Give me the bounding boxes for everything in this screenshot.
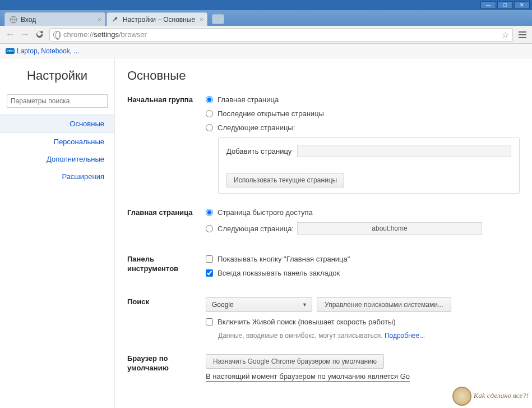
browser-toolbar: ← → chrome:// settings /browser ☆ xyxy=(0,26,532,44)
tab-login[interactable]: Вход × xyxy=(4,12,105,26)
radio-label: Страница быстрого доступа xyxy=(218,208,313,217)
section-label: Поиск xyxy=(127,297,206,340)
instant-search-checkbox[interactable] xyxy=(206,318,213,326)
startup-radio-homepage[interactable] xyxy=(206,96,213,103)
intel-icon: intel xyxy=(6,48,15,54)
window-close-button[interactable]: ✕ xyxy=(514,1,530,9)
startup-radio-last[interactable] xyxy=(206,110,213,117)
tab-strip: Вход × Настройки – Основные × xyxy=(0,10,532,26)
url-path: settings xyxy=(94,30,119,39)
page-title: Основные xyxy=(127,68,520,83)
homepage-url-input[interactable] xyxy=(297,222,482,235)
bookmark-label: Laptop, Notebook, ... xyxy=(17,47,79,55)
checkbox-label: Всегда показывать панель закладок xyxy=(218,269,340,277)
section-search: Поиск Google Управление поисковыми систе… xyxy=(127,297,520,340)
section-label: Панель инструментов xyxy=(127,255,206,283)
back-button[interactable]: ← xyxy=(3,28,17,42)
url-scheme: chrome:// xyxy=(63,30,94,39)
sidebar-item-extensions[interactable]: Расширения xyxy=(0,168,114,185)
radio-label: Главная страница xyxy=(218,95,279,104)
show-home-button-checkbox[interactable] xyxy=(206,255,213,263)
tab-close-icon[interactable]: × xyxy=(98,16,101,24)
settings-content: Основные Начальная группа Главная страни… xyxy=(115,58,532,408)
section-homepage: Главная страница Страница быстрого досту… xyxy=(127,208,520,240)
window-titlebar: — □ ✕ xyxy=(0,0,532,10)
globe-icon xyxy=(10,16,17,24)
settings-page: Настройки Основные Персональные Дополнит… xyxy=(0,58,532,408)
learn-more-link[interactable]: Подробнее... xyxy=(385,332,425,340)
settings-search xyxy=(7,94,108,108)
window-minimize-button[interactable]: — xyxy=(480,1,496,9)
settings-search-input[interactable] xyxy=(7,94,108,108)
section-label: Начальная группа xyxy=(127,95,206,194)
show-bookmarks-bar-checkbox[interactable] xyxy=(206,269,213,277)
use-current-pages-button[interactable]: Использовать текущие страницы xyxy=(226,173,344,187)
watermark-icon xyxy=(452,387,471,406)
watermark: Kak сделано все?! xyxy=(452,387,529,406)
radio-label: Последние открытые страницы xyxy=(218,109,324,118)
window-maximize-button[interactable]: □ xyxy=(497,1,513,9)
site-info-icon[interactable] xyxy=(53,31,61,39)
section-default-browser: Браузер по умолчанию Назначить Google Ch… xyxy=(127,354,520,381)
address-bar[interactable]: chrome:// settings /browser ☆ xyxy=(49,28,513,42)
instant-hint: Данные, вводимые в омнибокс, могут запис… xyxy=(218,332,520,340)
homepage-radio-ntp[interactable] xyxy=(206,209,213,216)
url-path-suffix: /browser xyxy=(119,30,147,39)
tab-title: Вход xyxy=(21,16,36,24)
default-browser-status: В настоящий момент браузером по умолчани… xyxy=(206,372,520,381)
bookmark-star-icon[interactable]: ☆ xyxy=(502,30,509,39)
forward-button[interactable]: → xyxy=(18,28,31,42)
sidebar-item-basics[interactable]: Основные xyxy=(0,114,114,133)
menu-button[interactable] xyxy=(516,29,529,40)
radio-label: Следующие страницы: xyxy=(218,123,295,132)
section-label: Браузер по умолчанию xyxy=(127,354,206,381)
bookmark-item[interactable]: intel Laptop, Notebook, ... xyxy=(6,47,79,55)
manage-search-engines-button[interactable]: Управление поисковыми системами... xyxy=(317,297,451,312)
startup-pages-box: Добавить страницу Использовать текущие с… xyxy=(218,137,520,194)
reload-button[interactable] xyxy=(33,28,46,42)
sidebar-item-advanced[interactable]: Дополнительные xyxy=(0,150,114,168)
search-engine-select[interactable]: Google xyxy=(206,297,312,312)
sidebar-item-personal[interactable]: Персональные xyxy=(0,133,114,150)
sidebar-title: Настройки xyxy=(0,68,114,83)
tab-settings[interactable]: Настройки – Основные × xyxy=(107,12,207,26)
add-page-label: Добавить страницу xyxy=(226,147,292,155)
checkbox-label: Включить Живой поиск (повышает скорость … xyxy=(218,318,396,326)
tab-close-icon[interactable]: × xyxy=(200,16,203,24)
startup-radio-pages[interactable] xyxy=(206,124,213,131)
wrench-icon xyxy=(112,16,119,24)
new-tab-button[interactable] xyxy=(212,14,224,24)
checkbox-label: Показывать кнопку "Главная страница" xyxy=(218,255,350,263)
homepage-radio-url[interactable] xyxy=(206,225,213,232)
make-default-browser-button[interactable]: Назначить Google Chrome браузером по умо… xyxy=(206,354,384,369)
section-startup: Начальная группа Главная страница Послед… xyxy=(127,95,520,194)
section-toolbar: Панель инструментов Показывать кнопку "Г… xyxy=(127,255,520,283)
select-value: Google xyxy=(212,301,234,309)
bookmarks-bar: intel Laptop, Notebook, ... xyxy=(0,44,532,58)
settings-sidebar: Настройки Основные Персональные Дополнит… xyxy=(0,58,115,408)
section-label: Главная страница xyxy=(127,208,206,240)
tab-title: Настройки – Основные xyxy=(123,16,195,24)
add-page-input[interactable] xyxy=(297,145,511,157)
radio-label: Следующая страница: xyxy=(218,224,294,233)
